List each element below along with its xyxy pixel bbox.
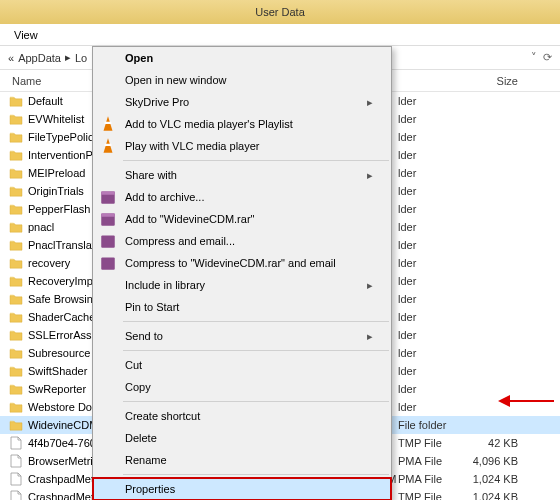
file-type: TMP File [398, 437, 468, 449]
file-icon [8, 489, 24, 500]
chevron-right-icon: ▸ [367, 169, 373, 182]
svg-rect-9 [101, 257, 115, 269]
folder-icon [8, 129, 24, 145]
file-size: 1,024 KB [468, 473, 528, 485]
svg-rect-7 [101, 213, 115, 216]
ctx-pin-start[interactable]: Pin to Start [93, 296, 391, 318]
chevron-right-icon: ▸ [367, 96, 373, 109]
folder-icon [8, 273, 24, 289]
separator [123, 474, 389, 475]
archive-icon [99, 232, 117, 250]
annotation-arrow [498, 393, 554, 411]
file-type: lder [398, 185, 468, 197]
file-type: lder [398, 221, 468, 233]
context-menu: Open Open in new window SkyDrive Pro▸ Ad… [92, 46, 392, 500]
separator [123, 160, 389, 161]
ctx-add-rar[interactable]: Add to "WidevineCDM.rar" [93, 208, 391, 230]
folder-icon [8, 327, 24, 343]
file-type: lder [398, 293, 468, 305]
file-type: lder [398, 383, 468, 395]
breadcrumb-seg[interactable]: Lo [75, 52, 87, 64]
file-icon [8, 435, 24, 451]
menubar: View [0, 24, 560, 46]
folder-icon [8, 417, 24, 433]
separator [123, 401, 389, 402]
archive-icon [99, 188, 117, 206]
file-type: TMP File [398, 491, 468, 500]
ctx-create-shortcut[interactable]: Create shortcut [93, 405, 391, 427]
col-size[interactable]: Size [468, 70, 528, 91]
window-title: User Data [255, 6, 305, 18]
file-type: lder [398, 203, 468, 215]
folder-icon [8, 201, 24, 217]
breadcrumb-seg[interactable]: AppData [18, 52, 61, 64]
file-type: lder [398, 311, 468, 323]
vlc-icon [99, 115, 117, 133]
folder-icon [8, 165, 24, 181]
ctx-compress-rar-email[interactable]: Compress to "WidevineCDM.rar" and email [93, 252, 391, 274]
ctx-delete[interactable]: Delete [93, 427, 391, 449]
folder-icon [8, 93, 24, 109]
ctx-cut[interactable]: Cut [93, 354, 391, 376]
svg-rect-3 [105, 144, 112, 146]
ctx-properties[interactable]: Properties [93, 478, 391, 500]
file-type: lder [398, 347, 468, 359]
file-type: lder [398, 329, 468, 341]
ctx-open-new-window[interactable]: Open in new window [93, 69, 391, 91]
file-type: lder [398, 113, 468, 125]
separator [123, 350, 389, 351]
folder-icon [8, 345, 24, 361]
vlc-icon [99, 137, 117, 155]
ctx-skydrive-pro[interactable]: SkyDrive Pro▸ [93, 91, 391, 113]
ctx-vlc-playlist[interactable]: Add to VLC media player's Playlist [93, 113, 391, 135]
folder-icon [8, 291, 24, 307]
refresh-icon[interactable]: ⟳ [543, 51, 552, 64]
ctx-copy[interactable]: Copy [93, 376, 391, 398]
svg-marker-11 [498, 395, 510, 407]
chevron-right-icon: ▸ [367, 330, 373, 343]
folder-icon [8, 111, 24, 127]
folder-icon [8, 183, 24, 199]
svg-rect-1 [105, 122, 112, 124]
svg-rect-8 [101, 235, 115, 247]
ctx-add-archive[interactable]: Add to archive... [93, 186, 391, 208]
folder-icon [8, 381, 24, 397]
ctx-compress-email[interactable]: Compress and email... [93, 230, 391, 252]
file-icon [8, 471, 24, 487]
svg-rect-5 [101, 191, 115, 194]
folder-icon [8, 309, 24, 325]
separator [123, 321, 389, 322]
folder-icon [8, 147, 24, 163]
archive-icon [99, 210, 117, 228]
file-type: lder [398, 95, 468, 107]
folder-icon [8, 237, 24, 253]
folder-icon [8, 219, 24, 235]
ctx-rename[interactable]: Rename [93, 449, 391, 471]
file-size: 42 KB [468, 437, 528, 449]
file-type: PMA File [398, 455, 468, 467]
chevron-icon: ▸ [65, 51, 71, 64]
file-type: lder [398, 401, 468, 413]
ctx-vlc-play[interactable]: Play with VLC media player [93, 135, 391, 157]
folder-icon [8, 399, 24, 415]
dropdown-icon[interactable]: ˅ [531, 51, 537, 64]
folder-icon [8, 363, 24, 379]
chevron-icon: « [8, 52, 14, 64]
file-size: 4,096 KB [468, 455, 528, 467]
ctx-share-with[interactable]: Share with▸ [93, 164, 391, 186]
window-titlebar: User Data [0, 0, 560, 24]
file-icon [8, 453, 24, 469]
file-type: File folder [398, 419, 468, 431]
file-type: lder [398, 149, 468, 161]
file-type: lder [398, 131, 468, 143]
file-type: PMA File [398, 473, 468, 485]
file-type: lder [398, 167, 468, 179]
col-type[interactable] [398, 70, 468, 91]
folder-icon [8, 255, 24, 271]
ctx-include-library[interactable]: Include in library▸ [93, 274, 391, 296]
file-type: lder [398, 257, 468, 269]
file-size: 1,024 KB [468, 491, 528, 500]
ctx-open[interactable]: Open [93, 47, 391, 69]
ctx-send-to[interactable]: Send to▸ [93, 325, 391, 347]
menu-view[interactable]: View [8, 24, 44, 46]
